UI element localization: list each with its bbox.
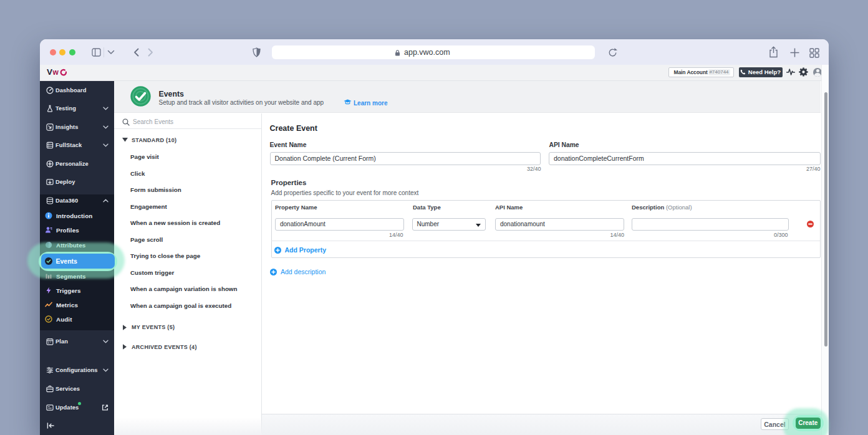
svg-text:w: w [52,68,59,77]
svg-text:V: V [47,67,52,77]
